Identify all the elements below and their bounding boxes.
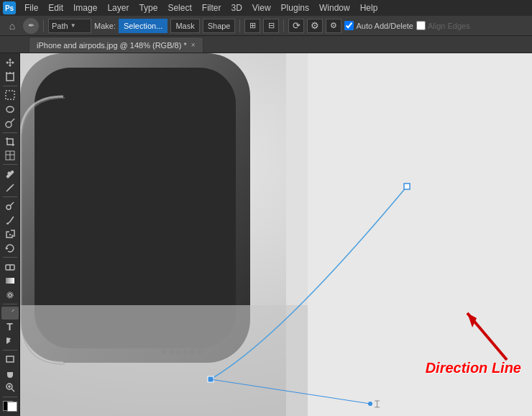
dropdown-arrow: ▼	[70, 22, 76, 29]
canvas-background: ⌶ Direction Line	[20, 53, 532, 416]
auto-add-delete-checkbox[interactable]: Auto Add/Delete	[344, 21, 413, 30]
menu-type[interactable]: Type	[134, 1, 162, 14]
svg-point-38	[176, 350, 180, 354]
svg-rect-0	[6, 73, 14, 81]
quick-select-tool[interactable]	[1, 117, 19, 130]
menu-window[interactable]: Window	[315, 1, 354, 14]
ltool-sep-4	[3, 196, 17, 197]
align-right-button[interactable]: ⊟	[263, 19, 279, 33]
shape-button[interactable]: Shape	[203, 19, 236, 33]
svg-line-13	[9, 187, 11, 189]
tab-close-button[interactable]: ×	[191, 41, 196, 49]
maker-label: Make:	[94, 22, 116, 30]
svg-rect-35	[20, 305, 308, 416]
hand-tool[interactable]	[1, 367, 19, 381]
clone-stamp-tool[interactable]	[1, 227, 19, 241]
rectangle-tool[interactable]	[1, 353, 19, 366]
menu-select[interactable]: Select	[163, 1, 196, 14]
menu-help[interactable]: Help	[356, 1, 382, 14]
home-button[interactable]: ⌂	[4, 18, 20, 34]
toolbar-separator-3	[283, 19, 284, 32]
menu-file[interactable]: File	[20, 1, 42, 14]
tool-options-bar: ⌂ ✒ Path ▼ Make: Selection... Mask Shape…	[0, 16, 532, 36]
marquee-tool[interactable]	[1, 89, 19, 102]
arrow-annotation: Direction Line	[428, 288, 521, 376]
toolbar-separator-1	[43, 19, 44, 32]
menu-layer[interactable]: Layer	[103, 1, 133, 14]
eyedropper-tool[interactable]	[1, 167, 19, 181]
ltool-sep-5	[3, 257, 17, 258]
gear-icon[interactable]: ⚙	[326, 19, 341, 33]
svg-line-12	[8, 189, 9, 190]
svg-line-16	[10, 202, 14, 206]
menu-edit[interactable]: Edit	[44, 1, 68, 14]
transform-button[interactable]: ⟳	[288, 19, 304, 33]
svg-marker-44	[467, 313, 477, 327]
ltool-sep-3	[3, 164, 17, 165]
menu-3d[interactable]: 3D	[226, 1, 246, 14]
svg-text:⌶: ⌶	[375, 399, 380, 409]
warp-button[interactable]: ⚙	[307, 19, 323, 33]
canvas-area: ⌶ Direction Line	[20, 53, 532, 416]
svg-line-7	[11, 119, 14, 122]
foreground-color[interactable]	[3, 401, 17, 412]
mask-button[interactable]: Mask	[170, 19, 199, 33]
toolbar-separator-2	[239, 19, 240, 32]
path-selection-tool[interactable]	[1, 335, 19, 348]
selection-button[interactable]: Selection...	[119, 19, 168, 33]
ruler-tool[interactable]	[1, 181, 19, 195]
svg-point-39	[183, 350, 188, 354]
spot-healing-tool[interactable]	[1, 199, 19, 213]
move-tool[interactable]	[1, 56, 19, 70]
svg-point-24	[9, 294, 12, 297]
eraser-tool[interactable]	[1, 260, 19, 273]
ltool-sep-6	[3, 304, 17, 304]
artboard-tool[interactable]	[1, 71, 19, 84]
svg-line-14	[11, 186, 12, 187]
gradient-tool[interactable]	[1, 274, 19, 288]
direction-handle-point	[368, 402, 372, 406]
ltool-sep-8	[3, 397, 17, 397]
crop-tool[interactable]	[1, 135, 19, 148]
svg-point-37	[169, 350, 173, 354]
lasso-tool[interactable]	[1, 102, 19, 116]
slice-tool[interactable]	[1, 149, 19, 163]
path-mode-dropdown[interactable]: Path ▼	[48, 19, 91, 33]
align-edges-checkbox[interactable]: Align Edges	[416, 21, 470, 30]
align-left-button[interactable]: ⊞	[244, 19, 260, 33]
ltool-sep-1	[3, 86, 17, 86]
svg-point-23	[7, 292, 13, 298]
tab-title: iPhone and airpods.jpg @ 148% (RGB/8) *	[37, 41, 187, 50]
tab-bar: iPhone and airpods.jpg @ 148% (RGB/8) * …	[0, 36, 532, 53]
menu-view[interactable]: View	[248, 1, 275, 14]
brush-tool[interactable]	[1, 214, 19, 227]
zoom-tool[interactable]	[1, 381, 19, 394]
svg-point-41	[198, 350, 202, 354]
ltool-sep-7	[3, 350, 17, 351]
svg-point-36	[162, 350, 166, 354]
anchor-point-2	[404, 184, 410, 189]
direction-line-label: Direction Line	[426, 360, 521, 376]
svg-point-6	[6, 122, 12, 127]
svg-rect-22	[6, 278, 14, 284]
text-tool[interactable]: T	[1, 320, 19, 334]
ps-logo: Ps	[3, 1, 16, 14]
svg-rect-4	[6, 91, 14, 99]
pen-tool[interactable]	[1, 307, 19, 320]
svg-point-17	[6, 222, 8, 224]
document-tab[interactable]: iPhone and airpods.jpg @ 148% (RGB/8) * …	[29, 37, 203, 53]
tool-preset-picker[interactable]: ✒	[23, 18, 39, 34]
svg-rect-25	[6, 356, 14, 362]
ltool-sep-2	[3, 132, 17, 133]
history-brush-tool[interactable]	[1, 242, 19, 256]
svg-line-27	[12, 389, 14, 392]
left-toolbar: T	[0, 53, 20, 416]
svg-point-40	[191, 350, 195, 354]
menu-bar: Ps File Edit Image Layer Type Select Fil…	[0, 0, 532, 16]
menu-image[interactable]: Image	[69, 1, 101, 14]
svg-point-5	[6, 107, 14, 112]
menu-filter[interactable]: Filter	[198, 1, 226, 14]
main-content: T	[0, 53, 532, 416]
blur-tool[interactable]	[1, 288, 19, 302]
menu-plugins[interactable]: Plugins	[277, 1, 313, 14]
